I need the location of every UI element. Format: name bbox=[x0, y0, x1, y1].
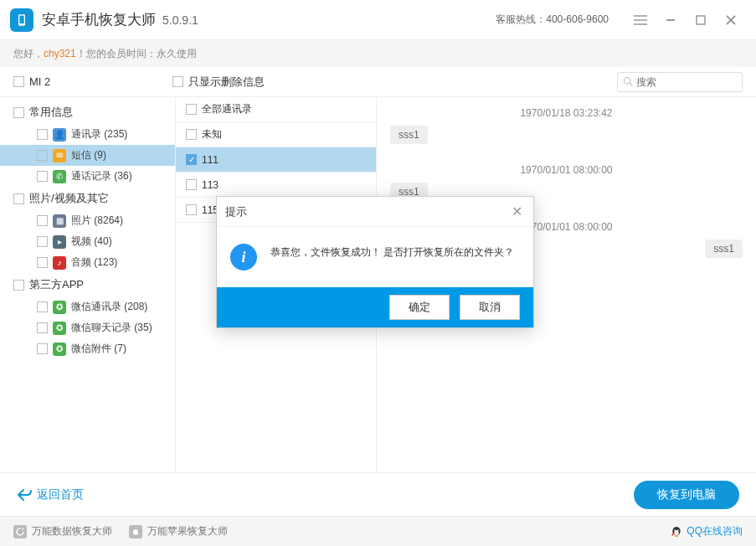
back-label: 返回首页 bbox=[37, 487, 84, 502]
sidebar-item[interactable]: ▦照片 (8264) bbox=[0, 210, 175, 231]
item-label: 通话记录 (36) bbox=[71, 169, 132, 183]
sidebar-item[interactable]: ✪微信附件 (7) bbox=[0, 338, 175, 359]
cancel-button[interactable]: 取消 bbox=[460, 295, 520, 320]
category-checkbox[interactable] bbox=[13, 193, 24, 204]
modal-footer: 确定 取消 bbox=[217, 287, 533, 327]
category-header[interactable]: 照片/视频及其它 bbox=[0, 187, 175, 210]
sidebar-item[interactable]: ✪微信通讯录 (208) bbox=[0, 296, 175, 317]
sms-icon: ✉ bbox=[53, 149, 66, 162]
app-icon bbox=[10, 8, 33, 32]
search-input[interactable] bbox=[636, 76, 737, 88]
recover-button[interactable]: 恢复到电脑 bbox=[634, 481, 739, 509]
device-checkbox[interactable] bbox=[13, 76, 24, 87]
item-label: 短信 (9) bbox=[71, 148, 106, 162]
wx-icon: ✪ bbox=[53, 301, 66, 314]
svg-point-12 bbox=[675, 530, 679, 536]
toolbar: MI 2 只显示删除信息 bbox=[0, 67, 756, 97]
menu-button[interactable] bbox=[625, 5, 656, 35]
row-label: 未知 bbox=[202, 127, 222, 142]
item-checkbox[interactable] bbox=[37, 343, 48, 354]
message-time: 1970/01/01 08:00:00 bbox=[390, 164, 743, 176]
conversation-row[interactable]: 全部通讯录 bbox=[176, 97, 376, 122]
sidebar: 常用信息👤通讯录 (235)✉短信 (9)✆通话记录 (36)照片/视频及其它▦… bbox=[0, 97, 176, 507]
svg-point-9 bbox=[625, 77, 631, 84]
item-checkbox[interactable] bbox=[37, 215, 48, 226]
status-item-apple-recovery[interactable]: 万能苹果恢复大师 bbox=[129, 524, 228, 538]
search-box[interactable] bbox=[617, 72, 743, 92]
status-item-data-recovery[interactable]: 万能数据恢复大师 bbox=[13, 524, 112, 538]
category-label: 照片/视频及其它 bbox=[29, 191, 109, 206]
item-label: 音频 (123) bbox=[71, 255, 117, 270]
category-checkbox[interactable] bbox=[13, 107, 24, 118]
userbar: 您好， chy321 ！您的会员时间：永久使用 bbox=[0, 40, 756, 67]
back-button[interactable]: 返回首页 bbox=[17, 487, 84, 502]
sidebar-item[interactable]: ♪音频 (123) bbox=[0, 252, 175, 273]
item-checkbox[interactable] bbox=[37, 171, 48, 182]
status-label: 万能数据恢复大师 bbox=[32, 524, 112, 538]
item-checkbox[interactable] bbox=[37, 257, 48, 268]
item-checkbox[interactable] bbox=[37, 301, 48, 312]
video-icon: ▸ bbox=[53, 235, 66, 249]
ok-button[interactable]: 确定 bbox=[389, 295, 450, 320]
info-icon: i bbox=[230, 244, 257, 270]
row-checkbox[interactable] bbox=[186, 179, 197, 190]
device-label: MI 2 bbox=[29, 75, 50, 88]
row-checkbox[interactable] bbox=[186, 129, 197, 140]
message-block: 1970/01/18 03:23:42sss1 bbox=[390, 107, 743, 144]
conversation-row[interactable]: 111 bbox=[176, 147, 376, 173]
item-label: 微信聊天记录 (35) bbox=[71, 321, 152, 335]
sidebar-item[interactable]: ✉短信 (9) bbox=[0, 145, 175, 166]
svg-rect-6 bbox=[697, 16, 705, 24]
message-time: 1970/01/18 03:23:42 bbox=[390, 107, 743, 119]
photo-icon: ▦ bbox=[53, 214, 66, 228]
row-checkbox[interactable] bbox=[186, 154, 197, 165]
modal-close-button[interactable]: ✕ bbox=[508, 203, 525, 219]
category-checkbox[interactable] bbox=[13, 280, 24, 291]
item-label: 微信通讯录 (208) bbox=[71, 300, 147, 314]
item-label: 通讯录 (235) bbox=[71, 127, 127, 142]
row-label: 111 bbox=[202, 154, 219, 166]
only-deleted-checkbox[interactable] bbox=[172, 76, 183, 87]
app-title: 安卓手机恢复大师 bbox=[42, 10, 156, 29]
qq-label: QQ在线咨询 bbox=[687, 524, 743, 538]
svg-point-14 bbox=[678, 529, 680, 531]
modal-body: i 恭喜您，文件恢复成功！ 是否打开恢复所在的文件夹？ bbox=[217, 227, 533, 287]
item-checkbox[interactable] bbox=[37, 129, 48, 140]
message-bubble: sss1 bbox=[390, 126, 428, 144]
row-checkbox[interactable] bbox=[186, 104, 197, 115]
sidebar-item[interactable]: ▸视频 (40) bbox=[0, 231, 175, 252]
qq-icon bbox=[670, 525, 683, 538]
footer: 返回首页 恢复到电脑 bbox=[0, 472, 756, 516]
search-icon bbox=[623, 75, 633, 90]
apple-icon bbox=[129, 525, 142, 538]
greeting-prefix: 您好， bbox=[13, 47, 44, 61]
item-label: 照片 (8264) bbox=[71, 214, 123, 228]
hotline: 客服热线：400-606-9600 bbox=[496, 13, 609, 27]
titlebar: 安卓手机恢复大师 5.0.9.1 客服热线：400-606-9600 bbox=[0, 0, 756, 40]
item-checkbox[interactable] bbox=[37, 150, 48, 161]
minimize-button[interactable] bbox=[656, 5, 686, 35]
sidebar-item[interactable]: ✆通话记录 (36) bbox=[0, 166, 175, 187]
wx-icon: ✪ bbox=[53, 322, 66, 335]
qq-support[interactable]: QQ在线咨询 bbox=[670, 524, 743, 538]
row-checkbox[interactable] bbox=[186, 204, 197, 215]
category-header[interactable]: 第三方APP bbox=[0, 273, 175, 296]
conversation-row[interactable]: 未知 bbox=[176, 122, 376, 147]
modal-dialog: 提示 ✕ i 恭喜您，文件恢复成功！ 是否打开恢复所在的文件夹？ 确定 取消 bbox=[216, 196, 534, 328]
close-button[interactable] bbox=[716, 5, 746, 35]
svg-rect-1 bbox=[19, 15, 23, 23]
sidebar-item[interactable]: 👤通讯录 (235) bbox=[0, 124, 175, 145]
item-label: 微信附件 (7) bbox=[71, 342, 126, 356]
maximize-button[interactable] bbox=[686, 5, 716, 35]
category-header[interactable]: 常用信息 bbox=[0, 100, 175, 124]
only-deleted-label: 只显示删除信息 bbox=[188, 75, 265, 90]
item-checkbox[interactable] bbox=[37, 322, 48, 333]
conversation-row[interactable]: 113 bbox=[176, 173, 376, 198]
sidebar-item[interactable]: ✪微信聊天记录 (35) bbox=[0, 317, 175, 338]
call-icon: ✆ bbox=[53, 170, 66, 183]
category-label: 常用信息 bbox=[29, 105, 73, 120]
modal-title: 提示 bbox=[225, 204, 247, 219]
data-recovery-icon bbox=[13, 525, 27, 538]
item-checkbox[interactable] bbox=[37, 236, 48, 247]
wx-icon: ✪ bbox=[53, 343, 66, 356]
